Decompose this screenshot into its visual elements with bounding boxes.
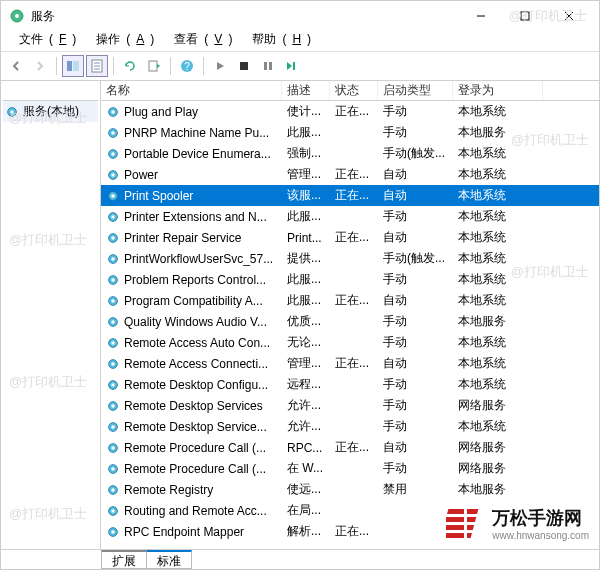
service-startup: 手动 — [378, 418, 453, 435]
menu-action[interactable]: 操作(A) — [84, 31, 160, 51]
service-logon: 本地服务 — [453, 481, 543, 498]
restart-service-button[interactable] — [281, 55, 303, 77]
gear-icon — [106, 504, 120, 518]
gear-icon — [106, 126, 120, 140]
service-logon: 本地服务 — [453, 124, 543, 141]
menu-file[interactable]: 文件(F) — [7, 31, 82, 51]
brand-url: www.hnwansong.com — [492, 530, 589, 541]
service-row[interactable]: Power管理...正在...自动本地系统 — [101, 164, 599, 185]
svg-rect-3 — [521, 12, 529, 20]
gear-icon — [106, 168, 120, 182]
service-row[interactable]: Printer Repair ServicePrint...正在...自动本地系… — [101, 227, 599, 248]
service-row[interactable]: PNRP Machine Name Pu...此服...手动本地服务 — [101, 122, 599, 143]
service-startup: 手动(触发... — [378, 145, 453, 162]
column-headers: 名称 描述 状态 启动类型 登录为 — [101, 81, 599, 101]
service-desc: 强制... — [282, 145, 330, 162]
column-logon[interactable]: 登录为 — [453, 81, 543, 100]
service-desc: 允许... — [282, 397, 330, 414]
service-row[interactable]: Remote Access Connecti...管理...正在...自动本地系… — [101, 353, 599, 374]
svg-point-24 — [111, 131, 115, 135]
toolbar: ? — [1, 51, 599, 81]
service-row[interactable]: Portable Device Enumera...强制...手动(触发...本… — [101, 143, 599, 164]
gear-icon — [106, 357, 120, 371]
service-row[interactable]: Remote Procedure Call (...在 W...手动网络服务 — [101, 458, 599, 479]
service-startup: 手动 — [378, 334, 453, 351]
service-logon: 本地系统 — [453, 229, 543, 246]
service-desc: 使计... — [282, 103, 330, 120]
forward-button[interactable] — [29, 55, 51, 77]
service-desc: RPC... — [282, 441, 330, 455]
help-button[interactable]: ? — [176, 55, 198, 77]
service-startup: 手动 — [378, 208, 453, 225]
service-desc: 此服... — [282, 292, 330, 309]
service-status: 正在... — [330, 355, 378, 372]
service-name: Remote Access Connecti... — [124, 357, 268, 371]
service-row[interactable]: Print Spooler该服...正在...自动本地系统 — [101, 185, 599, 206]
service-startup: 手动 — [378, 397, 453, 414]
service-row[interactable]: Remote Desktop Service...允许...手动本地系统 — [101, 416, 599, 437]
refresh-button[interactable] — [119, 55, 141, 77]
service-desc: 此服... — [282, 271, 330, 288]
menu-help[interactable]: 帮助(H) — [240, 31, 317, 51]
service-startup: 自动 — [378, 187, 453, 204]
service-row[interactable]: Remote Desktop Services允许...手动网络服务 — [101, 395, 599, 416]
service-row[interactable]: Remote Access Auto Con...无论...手动本地系统 — [101, 332, 599, 353]
svg-point-32 — [111, 215, 115, 219]
service-name: Remote Desktop Configu... — [124, 378, 268, 392]
service-desc: 该服... — [282, 187, 330, 204]
svg-point-34 — [111, 236, 115, 240]
gear-icon — [106, 336, 120, 350]
properties-button[interactable] — [86, 55, 108, 77]
close-button[interactable] — [547, 2, 591, 30]
service-name: Problem Reports Control... — [124, 273, 266, 287]
service-status: 正在... — [330, 187, 378, 204]
maximize-button[interactable] — [503, 2, 547, 30]
service-row[interactable]: Remote Procedure Call (...RPC...正在...自动网… — [101, 437, 599, 458]
svg-point-28 — [111, 173, 115, 177]
service-row[interactable]: PrintWorkflowUserSvc_57...提供...手动(触发...本… — [101, 248, 599, 269]
column-status[interactable]: 状态 — [330, 81, 378, 100]
service-row[interactable]: Printer Extensions and N...此服...手动本地系统 — [101, 206, 599, 227]
service-status: 正在... — [330, 523, 378, 540]
menu-view[interactable]: 查看(V) — [162, 31, 238, 51]
service-name: Remote Desktop Services — [124, 399, 263, 413]
service-desc: 远程... — [282, 376, 330, 393]
sidebar-services-local[interactable]: 服务(本地) — [3, 101, 98, 122]
tab-standard[interactable]: 标准 — [146, 550, 192, 569]
minimize-button[interactable] — [459, 2, 503, 30]
service-startup: 自动 — [378, 229, 453, 246]
service-row[interactable]: Plug and Play使计...正在...手动本地系统 — [101, 101, 599, 122]
column-startup[interactable]: 启动类型 — [378, 81, 453, 100]
service-name: Remote Procedure Call (... — [124, 441, 266, 455]
svg-point-30 — [111, 194, 115, 198]
stop-service-button[interactable] — [233, 55, 255, 77]
column-desc[interactable]: 描述 — [282, 81, 330, 100]
service-row[interactable]: Remote Desktop Configu...远程...手动本地系统 — [101, 374, 599, 395]
tab-extended[interactable]: 扩展 — [101, 550, 147, 569]
gear-icon — [106, 525, 120, 539]
service-status: 正在... — [330, 229, 378, 246]
service-logon: 网络服务 — [453, 460, 543, 477]
export-button[interactable] — [143, 55, 165, 77]
service-row[interactable]: Remote Registry使远...禁用本地服务 — [101, 479, 599, 500]
svg-rect-66 — [446, 533, 472, 538]
start-service-button[interactable] — [209, 55, 231, 77]
service-desc: 在 W... — [282, 460, 330, 477]
pause-service-button[interactable] — [257, 55, 279, 77]
service-logon: 本地系统 — [453, 166, 543, 183]
service-startup: 手动 — [378, 376, 453, 393]
gear-icon — [106, 210, 120, 224]
gear-icon — [106, 483, 120, 497]
svg-point-38 — [111, 278, 115, 282]
service-row[interactable]: Program Compatibility A...此服...正在...自动本地… — [101, 290, 599, 311]
gear-icon — [106, 231, 120, 245]
back-button[interactable] — [5, 55, 27, 77]
show-hide-tree-button[interactable] — [62, 55, 84, 77]
service-row[interactable]: Quality Windows Audio V...优质...手动本地服务 — [101, 311, 599, 332]
footer-tabs: 扩展 标准 — [1, 549, 599, 569]
service-desc: 无论... — [282, 334, 330, 351]
service-desc: 优质... — [282, 313, 330, 330]
column-name[interactable]: 名称 — [101, 81, 282, 100]
svg-point-44 — [111, 341, 115, 345]
service-row[interactable]: Problem Reports Control...此服...手动本地系统 — [101, 269, 599, 290]
